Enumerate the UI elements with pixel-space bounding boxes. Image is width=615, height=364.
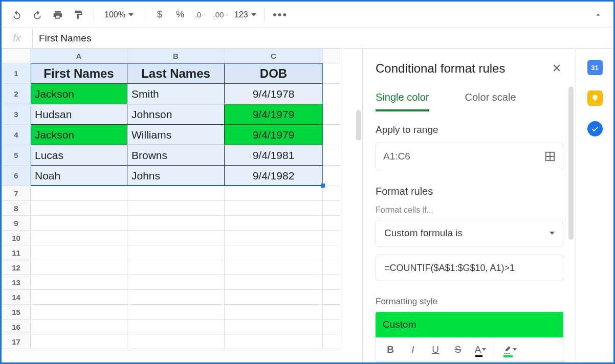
cell-D5[interactable] [323,145,340,166]
cell-empty[interactable] [31,320,127,334]
close-panel-button[interactable]: ✕ [550,60,563,77]
cell-empty[interactable] [225,320,323,334]
cell-empty[interactable] [127,305,225,320]
zoom-dropdown[interactable]: 100% [100,10,138,19]
cell-empty[interactable] [31,305,127,320]
spreadsheet-grid[interactable]: A B C 1 First Names Last Names DOB 2Jack… [2,49,363,362]
cell-empty[interactable] [31,245,127,260]
row-header-17[interactable]: 17 [2,334,31,349]
bold-button[interactable]: B [380,340,401,359]
undo-button[interactable] [8,6,26,24]
decrease-decimal-button[interactable]: .0← [191,6,210,24]
cell-empty[interactable] [323,201,340,216]
cell-empty[interactable] [31,186,127,201]
row-header-11[interactable]: 11 [2,245,31,260]
cell-empty[interactable] [323,334,340,349]
cell-B2[interactable]: Smith [127,84,225,104]
cell-empty[interactable] [127,260,225,275]
cell-empty[interactable] [225,305,323,320]
cell-empty[interactable] [127,334,225,349]
cell-empty[interactable] [225,290,323,305]
vertical-scrollbar[interactable] [356,110,361,141]
row-header-4[interactable]: 4 [2,125,31,145]
cell-A6[interactable]: Noah [31,166,127,186]
cell-B6[interactable]: Johns [127,166,225,186]
row-header-8[interactable]: 8 [2,201,31,216]
cell-A1[interactable]: First Names [31,63,127,84]
cell-empty[interactable] [31,201,127,216]
cell-empty[interactable] [225,260,323,275]
cell-C1[interactable]: DOB [225,63,323,84]
cell-empty[interactable] [225,245,323,260]
cell-empty[interactable] [323,275,340,290]
select-range-icon[interactable] [544,151,556,162]
row-header-9[interactable]: 9 [2,216,31,231]
cell-empty[interactable] [31,260,127,275]
cell-empty[interactable] [127,320,225,334]
cell-empty[interactable] [323,245,340,260]
cell-empty[interactable] [323,186,340,201]
row-header-5[interactable]: 5 [2,145,31,166]
cell-B5[interactable]: Browns [127,145,225,166]
cell-A3[interactable]: Hudsan [31,104,127,125]
cell-empty[interactable] [323,231,340,245]
row-header-16[interactable]: 16 [2,320,31,334]
cell-empty[interactable] [127,290,225,305]
tab-color-scale[interactable]: Color scale [465,92,516,111]
row-header-3[interactable]: 3 [2,104,31,125]
cell-empty[interactable] [31,290,127,305]
currency-button[interactable]: $ [150,6,169,24]
cell-empty[interactable] [127,216,225,231]
cell-empty[interactable] [323,305,340,320]
cell-C5[interactable]: 9/4/1981 [225,145,323,166]
col-header-D[interactable] [323,49,340,63]
cell-empty[interactable] [225,334,323,349]
row-header-14[interactable]: 14 [2,290,31,305]
cell-empty[interactable] [127,231,225,245]
calendar-icon[interactable]: 31 [587,60,603,75]
row-header-2[interactable]: 2 [2,84,31,104]
row-header-1[interactable]: 1 [2,63,31,84]
keep-icon[interactable] [587,90,603,106]
cell-D6[interactable] [323,166,340,186]
cell-C4[interactable]: 9/4/1979 [225,125,323,145]
redo-button[interactable] [28,6,47,24]
strikethrough-button[interactable]: S [448,340,468,359]
panel-scrollbar[interactable] [568,86,574,240]
cell-empty[interactable] [323,260,340,275]
cell-A4[interactable]: Jackson [31,125,127,145]
increase-decimal-button[interactable]: .00→ [212,6,230,24]
cell-empty[interactable] [225,186,323,201]
col-header-B[interactable]: B [127,49,225,63]
cell-A2[interactable]: Jackson [31,84,127,104]
text-color-button[interactable]: A [470,340,491,359]
cell-B1[interactable]: Last Names [127,63,225,84]
number-format-dropdown[interactable]: 123 [232,10,258,19]
cell-empty[interactable] [31,231,127,245]
percent-button[interactable]: % [171,6,189,24]
cell-empty[interactable] [31,334,127,349]
italic-button[interactable]: I [403,340,423,359]
tab-single-color[interactable]: Single color [376,92,429,111]
cell-D1[interactable] [323,63,340,84]
cell-C2[interactable]: 9/4/1978 [225,84,323,104]
cell-empty[interactable] [225,231,323,245]
underline-button[interactable]: U [425,340,446,359]
cell-B3[interactable]: Johnson [127,104,225,125]
cell-empty[interactable] [225,275,323,290]
col-header-A[interactable]: A [31,49,127,63]
col-header-C[interactable]: C [225,49,323,63]
cell-empty[interactable] [127,275,225,290]
cell-empty[interactable] [323,290,340,305]
range-input[interactable]: A1:C6 [376,143,563,170]
cell-empty[interactable] [225,201,323,216]
row-header-15[interactable]: 15 [2,305,31,320]
cell-D4[interactable] [323,125,340,145]
row-header-7[interactable]: 7 [2,186,31,201]
more-tools-button[interactable]: ••• [271,6,290,24]
cell-empty[interactable] [127,186,225,201]
row-header-6[interactable]: 6 [2,166,31,186]
formula-input[interactable]: =COUNTIF($A$1:$G$10, A1)>1 [376,255,563,281]
cell-empty[interactable] [127,245,225,260]
cell-D3[interactable] [323,104,340,125]
